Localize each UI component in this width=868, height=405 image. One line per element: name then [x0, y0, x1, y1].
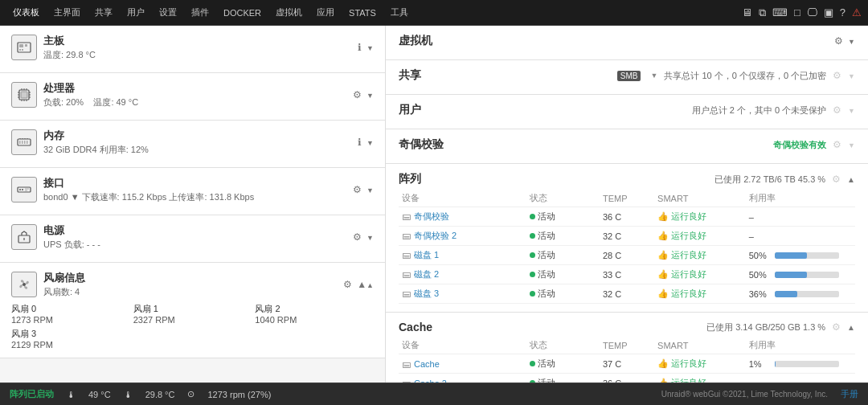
status-cell: 活动	[526, 354, 600, 374]
device-link[interactable]: Cache 2	[414, 378, 447, 383]
temp-cell: 37 C	[600, 354, 654, 374]
util-bar-container: 1%	[749, 359, 852, 369]
array-collapse[interactable]: ▲	[847, 175, 855, 184]
nav-tools[interactable]: 工具	[384, 3, 415, 22]
motherboard-info-icon[interactable]	[358, 42, 362, 53]
nav-plugins[interactable]: 插件	[185, 3, 215, 22]
nav-stats[interactable]: STATS	[342, 5, 383, 21]
device-cell: 🖴Cache	[399, 354, 526, 374]
power-gear-icon[interactable]	[353, 231, 362, 243]
motherboard-controls	[358, 42, 374, 53]
util-bar	[775, 291, 839, 297]
cpu-title-row: 处理器 负载: 20% 温度: 49 °C	[11, 81, 138, 108]
power-collapse[interactable]	[366, 231, 374, 243]
vm-collapse[interactable]	[848, 35, 855, 47]
device-link[interactable]: 磁盘 2	[414, 269, 439, 279]
nav-users[interactable]: 用户	[121, 3, 151, 22]
network-collapse[interactable]	[366, 184, 374, 195]
network-gear-icon[interactable]	[353, 184, 362, 195]
memory-collapse[interactable]	[366, 137, 374, 148]
util-cell: 50%	[746, 246, 855, 265]
cache-col-status: 状态	[526, 337, 600, 354]
smart-cell: 👍运行良好	[654, 284, 746, 304]
users-meta: 用户总计 2 个，其中 0 个未受保护	[692, 104, 826, 117]
window-icon[interactable]: □	[794, 6, 800, 18]
cache-meta: 已使用 3.14 GB/250 GB 1.3 %	[706, 321, 825, 333]
device-link[interactable]: 磁盘 1	[414, 250, 439, 260]
smart-cell: 👍运行良好	[654, 227, 746, 246]
util-cell: –	[746, 374, 855, 383]
parity-section: 奇偶校验 奇偶校验有效	[386, 129, 868, 164]
status-cell: 活动	[526, 207, 600, 227]
util-cell: 36%	[746, 284, 855, 304]
fans-widget: 风扇信息 风扇数: 4 ▲ 风扇 0 1273 RPM 风扇 1 2327 RP…	[0, 263, 385, 358]
status-cpu-temp-icon: 🌡	[124, 390, 133, 399]
share-collapse[interactable]	[848, 70, 855, 81]
smb-dropdown[interactable]: ▼	[650, 72, 657, 80]
nav-apps[interactable]: 应用	[310, 3, 341, 22]
copy-icon[interactable]: ⧉	[759, 6, 766, 19]
fan-2: 风扇 2 1040 RPM	[255, 303, 374, 325]
fan-1: 风扇 1 2327 RPM	[133, 303, 252, 325]
temp-cell: 36 C	[600, 374, 654, 383]
network-title-row: 接口 bond0 ▼ 下载速率: 115.2 Kbps 上传速率: 131.8 …	[11, 176, 254, 203]
device-link[interactable]: 磁盘 3	[414, 288, 439, 298]
memory-meta: 32 GiB DDR4 利用率: 12%	[43, 144, 149, 156]
main-container: 主板 温度: 29.8 °C	[0, 26, 868, 382]
smart-text: 运行良好	[671, 378, 706, 382]
display-icon[interactable]: 🖵	[807, 6, 817, 18]
table-row: 🖴磁盘 2活动33 C👍运行良好 50%	[399, 265, 855, 284]
smart-text: 运行良好	[671, 231, 706, 240]
fans-title: 风扇信息	[43, 271, 85, 285]
network-controls	[353, 184, 374, 195]
status-text: 活动	[538, 231, 555, 240]
array-gear-icon[interactable]	[832, 174, 841, 185]
users-collapse[interactable]	[848, 104, 855, 116]
fans-collapse[interactable]: ▲	[357, 279, 374, 290]
device-link[interactable]: 奇偶校验	[414, 211, 449, 221]
array-col-status: 状态	[526, 190, 600, 207]
status-cell: 活动	[526, 265, 600, 284]
motherboard-collapse[interactable]	[366, 42, 374, 53]
status-cell: 活动	[526, 227, 600, 246]
vm-gear-icon[interactable]	[834, 35, 843, 47]
share-gear-icon[interactable]	[833, 70, 841, 81]
device-link[interactable]: 奇偶校验 2	[414, 231, 457, 240]
parity-gear-icon[interactable]	[833, 139, 841, 150]
cache-table: 设备 状态 TEMP SMART 利用率 🖴Cache活动37 C👍运行良好 1…	[399, 337, 855, 382]
nav-vm[interactable]: 虚拟机	[269, 3, 309, 22]
cache-gear-icon[interactable]	[832, 321, 841, 333]
media-icon[interactable]: ▣	[824, 6, 833, 18]
cpu-meta: 负载: 20% 温度: 49 °C	[43, 96, 138, 108]
memory-info-icon[interactable]	[358, 137, 362, 148]
users-gear-icon[interactable]	[833, 104, 841, 116]
parity-collapse[interactable]	[848, 139, 855, 150]
smart-text: 运行良好	[671, 211, 706, 221]
status-cpu-temp: 29.8 °C	[145, 390, 175, 399]
nav-dashboard[interactable]: 仪表板	[6, 3, 46, 22]
util-dash: –	[749, 231, 754, 241]
array-header: 阵列 已使用 2.72 TB/6 TB 45.3 % ▲	[399, 172, 855, 186]
device-link[interactable]: Cache	[414, 359, 440, 369]
brand-text: Unraid® webGui ©2021, Lime Technology, I…	[661, 390, 828, 399]
nav-share[interactable]: 共享	[88, 3, 119, 22]
nav-docker[interactable]: DOCKER	[217, 5, 268, 21]
nav-main[interactable]: 主界面	[47, 3, 87, 22]
cpu-gear-icon[interactable]	[353, 89, 362, 100]
cpu-collapse[interactable]	[366, 89, 374, 100]
cache-col-device: 设备	[399, 337, 526, 354]
temp-cell: 32 C	[600, 227, 654, 246]
array-col-device: 设备	[399, 190, 526, 207]
nav-settings[interactable]: 设置	[153, 3, 183, 22]
smart-cell: 👍运行良好	[654, 207, 746, 227]
cache-collapse[interactable]: ▲	[847, 323, 855, 332]
fans-gear-icon[interactable]	[343, 279, 352, 290]
smart-icon: 👍	[657, 378, 669, 382]
manual-link[interactable]: 手册	[841, 388, 858, 400]
terminal-icon[interactable]: ⌨	[772, 6, 788, 18]
help-icon[interactable]: ?	[840, 6, 845, 18]
fans-icon	[11, 272, 37, 297]
util-cell: 1%	[746, 354, 855, 374]
monitor-icon[interactable]: 🖥	[742, 6, 752, 18]
alert-icon[interactable]: ⚠	[852, 6, 862, 18]
